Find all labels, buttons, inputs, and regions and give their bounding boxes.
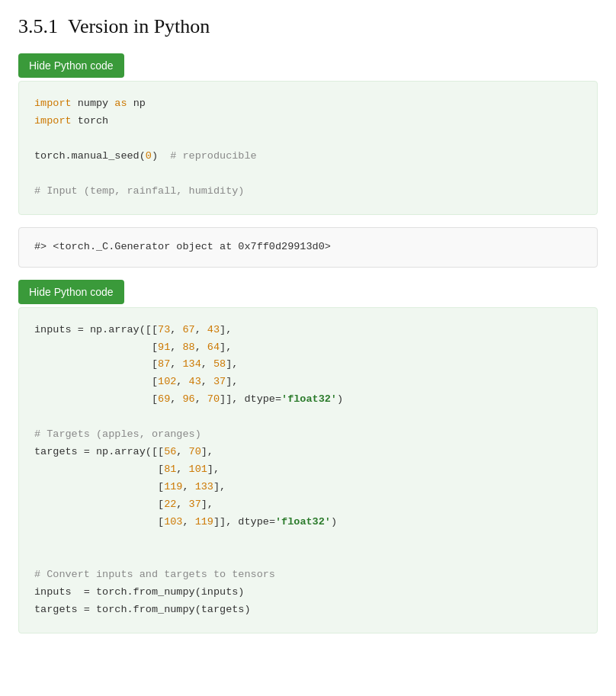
- page-title: 3.5.1 Version in Python: [18, 15, 598, 38]
- hide-python-code-button-1[interactable]: Hide Python code: [18, 53, 124, 78]
- output-block-1: #> <torch._C.Generator object at 0x7ff0d…: [18, 227, 598, 268]
- code-block-2: inputs = np.array([[73, 67, 43], [91, 88…: [18, 307, 598, 633]
- code-block-1: import numpy as np import torch torch.ma…: [18, 81, 598, 215]
- hide-python-code-button-2[interactable]: Hide Python code: [18, 280, 124, 304]
